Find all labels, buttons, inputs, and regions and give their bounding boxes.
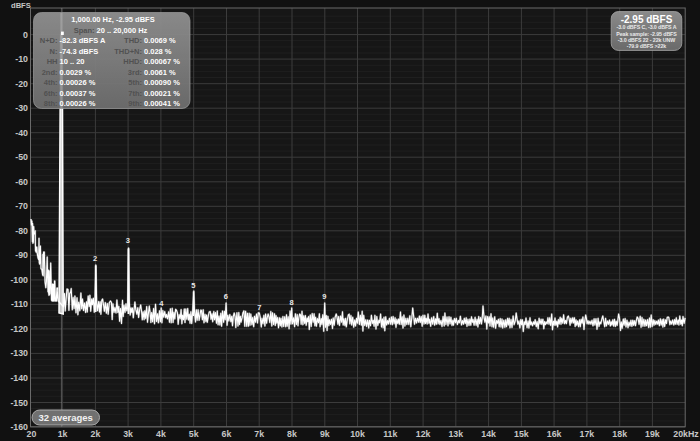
svg-text:6th:: 6th: — [44, 89, 58, 98]
svg-text:19k: 19k — [645, 429, 660, 439]
svg-text:0.0069 %: 0.0069 % — [144, 36, 176, 45]
svg-text:HH: HH — [47, 57, 58, 66]
svg-text:2nd:: 2nd: — [42, 68, 58, 77]
svg-text:Span:: Span: — [74, 26, 95, 35]
svg-text:7k: 7k — [254, 429, 264, 439]
svg-text:-79.9 dBFS >22k: -79.9 dBFS >22k — [627, 43, 666, 49]
svg-text:2k: 2k — [91, 429, 101, 439]
svg-text:-10: -10 — [15, 54, 28, 64]
svg-text:4k: 4k — [156, 429, 166, 439]
svg-text:3rd:: 3rd: — [128, 68, 142, 77]
svg-text:-80: -80 — [15, 226, 28, 236]
svg-text:0.00037 %: 0.00037 % — [60, 89, 96, 98]
svg-text:5: 5 — [191, 281, 195, 290]
svg-text:-120: -120 — [10, 324, 28, 334]
svg-text:0.0061 %: 0.0061 % — [144, 68, 176, 77]
svg-text:12k: 12k — [416, 429, 431, 439]
svg-text:-160: -160 — [10, 422, 28, 432]
svg-text:5th:: 5th: — [128, 78, 142, 87]
svg-text:8th:: 8th: — [44, 99, 58, 108]
svg-text:-110: -110 — [11, 299, 28, 309]
svg-text:15k: 15k — [514, 429, 529, 439]
svg-text:18k: 18k — [612, 429, 627, 439]
svg-text:-150: -150 — [10, 398, 28, 408]
svg-text:14k: 14k — [481, 429, 496, 439]
svg-text:1,000.00 Hz, -2.95 dBFS: 1,000.00 Hz, -2.95 dBFS — [71, 15, 154, 24]
svg-text:13k: 13k — [448, 429, 463, 439]
svg-text:20 .. 20,000 Hz: 20 .. 20,000 Hz — [97, 26, 148, 35]
svg-text:9th:: 9th: — [128, 99, 142, 108]
svg-text:0.00090 %: 0.00090 % — [144, 78, 180, 87]
svg-text:0.0029 %: 0.0029 % — [60, 68, 92, 77]
svg-text:-30: -30 — [15, 103, 28, 113]
svg-text:dBFS: dBFS — [11, 1, 31, 10]
svg-text:-130: -130 — [10, 348, 28, 358]
svg-text:0.028 %: 0.028 % — [144, 47, 172, 56]
svg-text:10 .. 20: 10 .. 20 — [60, 57, 85, 66]
svg-text:N:: N: — [50, 47, 58, 56]
svg-text:N+D:: N+D: — [40, 36, 58, 45]
svg-text:6k: 6k — [222, 429, 232, 439]
svg-text:0.00021 %: 0.00021 % — [144, 89, 180, 98]
svg-text:-82.3 dBFS A: -82.3 dBFS A — [60, 36, 107, 45]
svg-text:16k: 16k — [547, 429, 562, 439]
svg-text:3: 3 — [126, 236, 130, 245]
svg-text:2: 2 — [93, 254, 97, 263]
svg-text:-90: -90 — [15, 250, 28, 260]
svg-text:-74.3 dBFS: -74.3 dBFS — [60, 47, 99, 56]
svg-text:17k: 17k — [580, 429, 595, 439]
svg-text:-140: -140 — [10, 373, 28, 383]
svg-text:0.00026 %: 0.00026 % — [60, 99, 96, 108]
svg-text:6: 6 — [224, 292, 228, 301]
svg-text:4th:: 4th: — [44, 78, 58, 87]
svg-text:8k: 8k — [287, 429, 297, 439]
svg-text:-20: -20 — [15, 79, 28, 89]
svg-text:-70: -70 — [15, 201, 28, 211]
svg-text:0.00026 %: 0.00026 % — [60, 78, 96, 87]
svg-text:10k: 10k — [350, 429, 365, 439]
svg-text:Peak sample: -2.95 dBFS: Peak sample: -2.95 dBFS — [616, 31, 677, 37]
svg-text:THD+N:: THD+N: — [114, 47, 142, 56]
svg-text:20: 20 — [27, 429, 37, 439]
svg-text:-3.0 dBFS C, -3.0 dBFS A: -3.0 dBFS C, -3.0 dBFS A — [617, 24, 677, 30]
svg-text:5k: 5k — [189, 429, 199, 439]
svg-text:THD:: THD: — [124, 36, 142, 45]
svg-text:3k: 3k — [123, 429, 133, 439]
svg-text:-2.95 dBFS: -2.95 dBFS — [621, 14, 673, 25]
svg-text:0.00067 %: 0.00067 % — [144, 57, 180, 66]
svg-text:9k: 9k — [320, 429, 330, 439]
svg-text:20kHz: 20kHz — [673, 429, 699, 439]
svg-text:-40: -40 — [15, 128, 28, 138]
svg-text:7th:: 7th: — [128, 89, 142, 98]
svg-text:-50: -50 — [15, 152, 28, 162]
svg-text:HHD:: HHD: — [123, 57, 142, 66]
svg-text:-60: -60 — [15, 177, 28, 187]
svg-text:1k: 1k — [58, 429, 68, 439]
svg-text:8: 8 — [289, 298, 293, 307]
svg-text:0.00041 %: 0.00041 % — [144, 99, 180, 108]
svg-text:7: 7 — [257, 303, 261, 312]
svg-text:-100: -100 — [10, 275, 28, 285]
svg-text:32 averages: 32 averages — [38, 412, 92, 423]
svg-text:11k: 11k — [383, 429, 397, 439]
svg-text:0: 0 — [23, 30, 28, 40]
svg-text:9: 9 — [322, 292, 326, 301]
svg-text:-3.0 dBFS 22 - 22k UNW: -3.0 dBFS 22 - 22k UNW — [618, 37, 675, 43]
